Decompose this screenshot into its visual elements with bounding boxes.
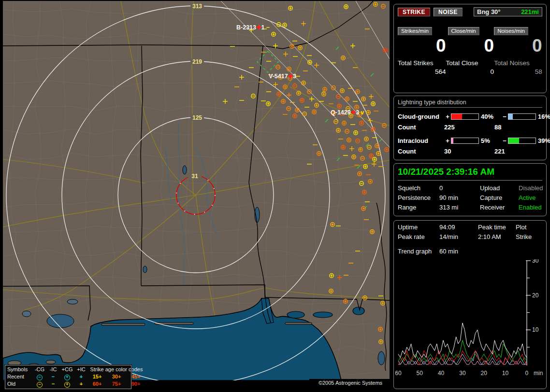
capture-label: Capture (480, 194, 519, 204)
noise-button[interactable]: NOISE (434, 8, 463, 16)
svg-text:219: 219 (192, 58, 202, 65)
total-strikes-label: Total Strikes (398, 59, 446, 67)
svg-text:20: 20 (481, 370, 488, 377)
plus-sign: + (444, 137, 451, 144)
svg-text:min: min (534, 370, 543, 377)
svg-text:30: 30 (459, 370, 466, 377)
ic-minus-pct: 39% (536, 137, 550, 144)
svg-text:31: 31 (191, 173, 198, 180)
total-close-label: Total Close (446, 59, 494, 67)
legend-age-title: Strike age color codes (87, 366, 145, 373)
ic-plus-bar (451, 138, 479, 144)
distribution-title: Lightning type distribution (398, 99, 542, 108)
age-code-45: 45+ (126, 373, 145, 380)
upload-status: Disabled (519, 184, 543, 194)
strikes-per-min-value: 0 (398, 36, 446, 56)
noises-per-min-badge[interactable]: Noises/min (494, 27, 528, 35)
trend-graph-row: Trend graph 60 min (398, 248, 542, 255)
legend-icm-header: -IC (47, 366, 59, 373)
cg-plus-count: 225 (444, 124, 494, 131)
minus-sign: − (501, 137, 508, 144)
squelch-label: Squelch (398, 184, 439, 194)
peak-time-value: 2:10 AM (478, 233, 516, 243)
ic-minus-count: 221 (494, 148, 542, 155)
trend-graph: 1020306050403020100min (395, 259, 545, 386)
uptime-label: Uptime (398, 224, 439, 233)
intracloud-row: Intracloud + 5% − 39% (398, 135, 542, 146)
legend-cgm-header: -CG (32, 366, 47, 373)
svg-text:30: 30 (532, 259, 539, 264)
cg-minus-symbol-icon: − (32, 373, 47, 380)
intracloud-count-row: Count 30 221 (398, 146, 542, 156)
total-strikes-value: 564 (398, 68, 446, 75)
close-per-min-column: Close/min 0 Total Close 0 (446, 27, 494, 75)
cg-plus-symbol-icon: + (59, 380, 75, 388)
bearing-readout: Bng 30° 221mi (474, 7, 542, 16)
distribution-panel: Lightning type distribution Cloud-ground… (393, 96, 547, 160)
trend-graph-label: Trend graph (398, 248, 439, 255)
status-row: Range 313 mi Receiver Enabled (398, 204, 542, 213)
trend-window-value: 60 min (439, 248, 542, 255)
counters-panel: STRIKE NOISE Bng 30° 221mi Strikes/min 0… (393, 4, 547, 93)
lightning-map[interactable]: B-2313✚1−V-5417✚3Q-1429✚3v 31125219313 (0, 0, 392, 382)
status-panel: 10/21/2025 2:39:16 AM Squelch 0 Upload D… (393, 163, 547, 216)
ic-plus-symbol-icon: + (75, 373, 87, 380)
cg-minus-pct: 16% (536, 113, 550, 120)
noises-per-min-column: Noises/min 0 Total Noises 58 (494, 27, 542, 75)
total-noises-value: 58 (494, 68, 542, 75)
status-row: Squelch 0 Upload Disabled (398, 184, 542, 194)
cg-minus-count: 88 (494, 124, 542, 131)
legend-icp-header: +IC (75, 366, 87, 373)
age-code-15: 15+ (87, 373, 107, 380)
ic-plus-pct: 5% (479, 137, 501, 144)
persistence-value: 90 min (439, 194, 480, 204)
cg-minus-bar (508, 113, 536, 120)
strike-button[interactable]: STRIKE (398, 8, 430, 16)
range-value: 313 mi (439, 204, 480, 213)
cloud-ground-row: Cloud-ground + 40% − 16% (398, 111, 542, 122)
cg-minus-symbol-icon: − (32, 380, 47, 388)
total-close-value: 0 (446, 68, 494, 75)
count-label: Count (398, 148, 444, 155)
peak-time-label: Peak time (478, 224, 516, 233)
ic-minus-bar (508, 138, 536, 144)
strikes-per-min-column: Strikes/min 0 Total Strikes 564 (398, 27, 446, 75)
cg-plus-bar (451, 113, 479, 120)
ic-plus-count: 30 (444, 148, 494, 155)
total-noises-label: Total Noises (494, 59, 542, 67)
uptime-value: 94:09 (439, 224, 478, 233)
persistence-label: Persistence (398, 194, 439, 204)
ic-minus-symbol-icon: − (47, 380, 59, 388)
svg-text:10: 10 (532, 326, 539, 333)
map-container: B-2313✚1−V-5417✚3Q-1429✚3v 31125219313 S… (0, 0, 392, 382)
ic-minus-symbol-icon: − (47, 373, 59, 380)
age-code-75: 75+ (107, 380, 126, 388)
cloud-ground-count-row: Count 225 88 (398, 122, 542, 132)
svg-text:313: 313 (192, 3, 202, 10)
datetime-display: 10/21/2025 2:39:16 AM (398, 167, 542, 181)
intracloud-label: Intracloud (398, 137, 444, 144)
legend-cgp-header: +CG (59, 366, 75, 373)
legend-row-label: Recent (7, 373, 32, 380)
legend-row-label: Old (7, 380, 32, 388)
plot-label: Plot (516, 224, 542, 233)
age-code-60: 60+ (87, 380, 107, 388)
receiver-label: Receiver (480, 204, 519, 213)
close-per-min-badge[interactable]: Close/min (448, 27, 479, 35)
svg-text:50: 50 (417, 370, 423, 377)
ic-plus-symbol-icon: + (75, 380, 87, 388)
strikes-per-min-badge[interactable]: Strikes/min (398, 27, 432, 35)
minus-sign: − (501, 113, 508, 120)
plus-sign: + (444, 113, 451, 120)
svg-text:10: 10 (502, 370, 509, 377)
symbol-legend: Symbols -CG -IC +CG +IC Strike age color… (5, 365, 131, 389)
upload-label: Upload (480, 184, 519, 194)
status-row: Persistence 90 min Capture Active (398, 194, 542, 204)
peak-rate-label: Peak rate (398, 233, 439, 243)
count-label: Count (398, 124, 444, 131)
squelch-value: 0 (439, 184, 480, 194)
peak-rate-value: 14/min (439, 233, 478, 243)
receiver-status: Enabled (519, 204, 542, 213)
capture-status: Active (519, 194, 542, 204)
age-code-90: 90+ (126, 380, 145, 388)
